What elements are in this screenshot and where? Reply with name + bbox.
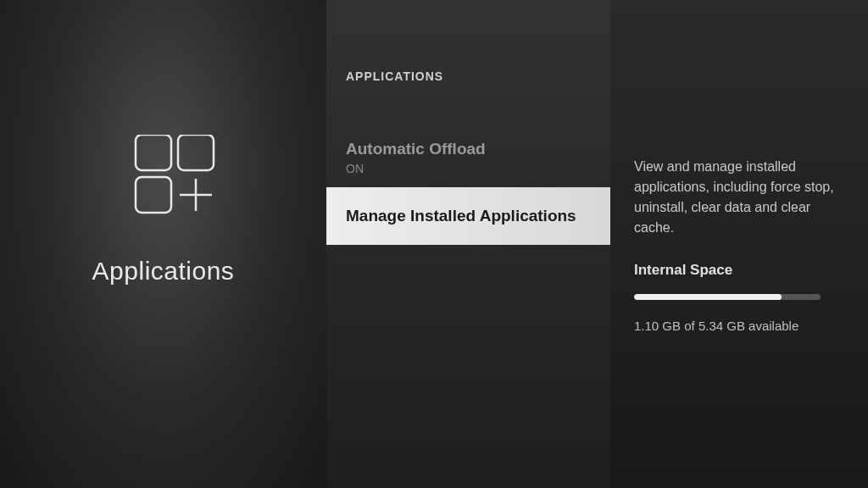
menu-item-manage-installed-applications[interactable]: Manage Installed Applications bbox=[326, 187, 610, 246]
menu-item-title: Automatic Offload bbox=[346, 139, 591, 160]
menu-item-status: ON bbox=[346, 162, 591, 175]
storage-text: 1.10 GB of 5.34 GB available bbox=[634, 319, 844, 333]
svg-rect-1 bbox=[178, 135, 214, 170]
applications-icon bbox=[108, 135, 219, 231]
section-header: APPLICATIONS bbox=[326, 69, 610, 83]
details-panel: View and manage installed applications, … bbox=[610, 0, 868, 488]
settings-list-panel: APPLICATIONS Automatic Offload ON Manage… bbox=[326, 0, 610, 488]
storage-title: Internal Space bbox=[634, 262, 844, 279]
storage-progress-bar bbox=[634, 294, 821, 300]
menu-item-automatic-offload[interactable]: Automatic Offload ON bbox=[326, 127, 610, 187]
storage-progress-fill bbox=[634, 294, 782, 300]
category-panel: Applications bbox=[0, 0, 326, 488]
menu-item-title: Manage Installed Applications bbox=[346, 206, 591, 227]
item-description: View and manage installed applications, … bbox=[634, 157, 844, 238]
category-title: Applications bbox=[92, 257, 235, 286]
svg-rect-2 bbox=[136, 177, 171, 213]
svg-rect-0 bbox=[136, 135, 171, 170]
